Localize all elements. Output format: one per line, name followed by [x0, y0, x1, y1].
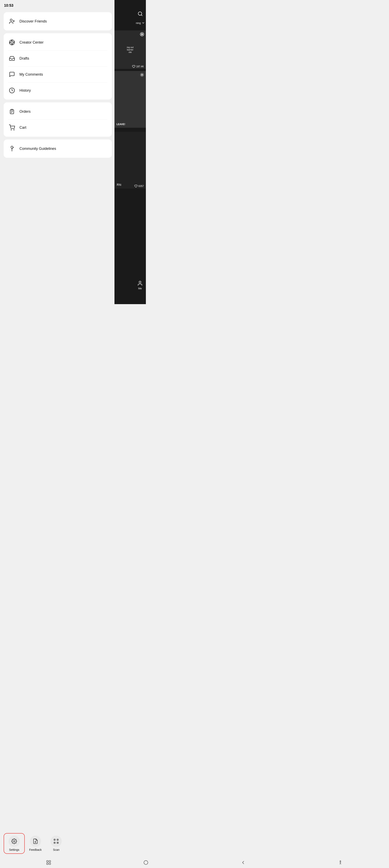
creator-center-item[interactable]: Creator Center [4, 34, 112, 50]
lightning-icon [8, 38, 16, 46]
inbox-icon [8, 55, 16, 62]
my-comments-item[interactable]: My Comments [4, 66, 112, 82]
clipboard-icon [8, 108, 16, 115]
search-icon[interactable] [137, 11, 143, 18]
status-time: 10:53 [4, 3, 13, 8]
drafts-item[interactable]: Drafts [4, 51, 112, 66]
svg-point-27 [14, 130, 14, 130]
right-video-panel: ning ing out barrier ote 187.4K [115, 0, 146, 304]
svg-line-1 [141, 15, 142, 16]
orders-item[interactable]: Orders [4, 103, 112, 119]
svg-point-26 [11, 130, 11, 130]
orders-label: Orders [20, 110, 31, 114]
likes-count-1: 187.4K [132, 65, 144, 68]
my-comments-label: My Comments [20, 72, 43, 76]
creator-center-label: Creator Center [20, 40, 43, 44]
history-item[interactable]: History [4, 83, 112, 98]
history-label: History [20, 88, 31, 93]
svg-point-17 [10, 19, 12, 21]
me-tab-button[interactable]: Me [137, 280, 143, 290]
comment-icon [8, 70, 16, 78]
video-thumbnail-1[interactable]: ing out barrier ote [115, 30, 146, 69]
svg-point-6 [139, 281, 141, 283]
video-thumbnail-3[interactable]: 周知 [115, 132, 146, 189]
plant-icon [8, 145, 16, 152]
trending-dropdown[interactable]: ning [136, 21, 145, 25]
clock-icon [8, 87, 16, 94]
main-menu: Discover Friends Creator Center Drafts [0, 10, 116, 158]
video-text-3: 周知 [117, 183, 121, 187]
discover-friends-label: Discover Friends [20, 19, 47, 24]
likes-count-2: 6357 [134, 185, 144, 188]
community-card: Community Guidelines [4, 140, 112, 158]
cart-icon [8, 124, 16, 131]
person-add-icon [8, 18, 16, 25]
video-thumbnail-2[interactable]: LEAVE! [115, 71, 146, 128]
video-text-1: ing out barrier ote [126, 45, 134, 54]
video-text-2: LEAVE! [117, 123, 125, 126]
cart-item[interactable]: Cart [4, 120, 112, 135]
discover-friends-card: Discover Friends [4, 12, 112, 30]
shopping-card: Orders Cart [4, 102, 112, 137]
creator-tools-card: Creator Center Drafts My Comments [4, 33, 112, 99]
discover-friends-item[interactable]: Discover Friends [4, 13, 112, 29]
cart-label: Cart [20, 125, 26, 130]
svg-rect-23 [11, 109, 13, 110]
drafts-label: Drafts [20, 56, 29, 61]
community-guidelines-item[interactable]: Community Guidelines [4, 141, 112, 157]
community-guidelines-label: Community Guidelines [20, 147, 56, 151]
